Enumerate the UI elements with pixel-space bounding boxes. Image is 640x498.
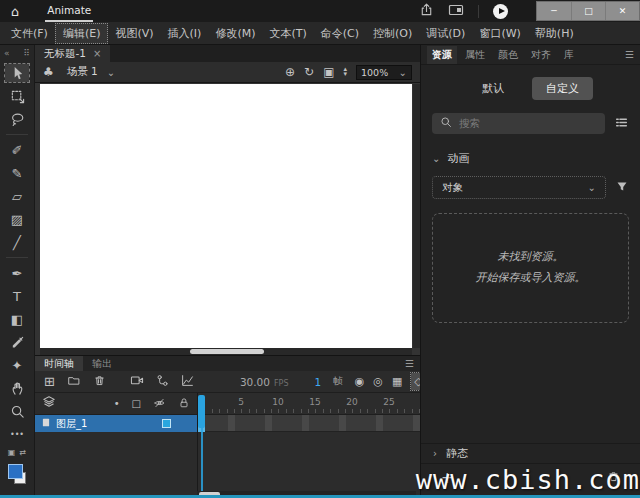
fps-unit-label: FPS [274, 379, 289, 388]
graph-editor-icon[interactable] [181, 374, 194, 390]
delete-layer-icon[interactable] [93, 374, 106, 390]
search-input[interactable]: 搜索 [432, 113, 605, 134]
tab-timeline[interactable]: 时间轴 [35, 356, 83, 371]
fps-value[interactable]: 30.00 [240, 376, 270, 388]
camera-icon[interactable] [130, 374, 144, 389]
device-preview-icon[interactable] [448, 3, 464, 20]
assets-panel: 资源 属性 颜色 对齐 库 ☰ 默认 自定义 搜索 ⌄ 动画 对象 ⌄ [420, 45, 640, 498]
visibility-column-icon[interactable] [153, 397, 166, 411]
default-colors-icon[interactable]: ▣ [8, 448, 16, 457]
tab-align[interactable]: 对齐 [526, 46, 556, 64]
layer-outline-color-swatch[interactable] [162, 419, 171, 428]
hand-tool[interactable] [5, 379, 29, 397]
toggle-custom[interactable]: 自定义 [532, 77, 593, 100]
timeline-panel-menu-icon[interactable]: ☰ [405, 358, 414, 369]
fill-color-swatch[interactable] [8, 464, 23, 479]
menu-window[interactable]: 窗口(W) [472, 24, 527, 43]
chevron-right-icon[interactable]: › [433, 448, 437, 459]
filter-icon[interactable] [615, 180, 629, 196]
new-folder-icon[interactable] [67, 374, 81, 390]
playhead[interactable] [198, 395, 205, 428]
line-tool[interactable]: ╱ [5, 233, 29, 251]
more-tools-icon[interactable]: ••• [5, 425, 29, 443]
onion-skin-icon[interactable]: ◉ [355, 375, 365, 388]
tab-library[interactable]: 库 [559, 46, 579, 64]
current-frame-value[interactable]: 1 [314, 376, 321, 388]
layers-stack-icon[interactable] [42, 395, 56, 412]
timeline-ruler[interactable]: 5 10 15 20 25 [198, 393, 420, 415]
menu-debug[interactable]: 调试(D) [419, 24, 472, 43]
highlight-column-icon[interactable]: • [114, 398, 120, 409]
list-view-icon[interactable] [614, 116, 629, 132]
scene-label[interactable]: 场景 1 [67, 65, 98, 79]
menu-help[interactable]: 帮助(H) [528, 24, 581, 43]
menu-file[interactable]: 文件(F) [4, 24, 55, 43]
test-movie-play-icon[interactable] [493, 4, 508, 19]
classic-brush-tool[interactable]: ✎ [5, 164, 29, 182]
center-stage-icon[interactable]: ▣ [323, 65, 334, 79]
rectangle-tool[interactable]: ▨ [5, 210, 29, 228]
free-transform-tool[interactable] [5, 87, 29, 105]
menu-modify[interactable]: 修改(M) [208, 24, 262, 43]
stage-canvas[interactable] [40, 84, 412, 348]
eyedropper-tool[interactable] [5, 333, 29, 351]
text-tool[interactable]: T [5, 287, 29, 305]
minimize-button[interactable]: ─ [537, 2, 571, 20]
edit-toolbar-icon[interactable]: ⠿ [23, 48, 30, 58]
chevron-down-icon[interactable]: ⌄ [432, 153, 440, 164]
tab-color[interactable]: 颜色 [493, 46, 523, 64]
layer-row-selected[interactable]: 图层_1 [35, 415, 197, 432]
app-tab-animate[interactable]: Animate [45, 0, 93, 22]
fill-stroke-color-swatch[interactable] [8, 464, 26, 484]
crosshair-icon[interactable]: ⊕ [285, 65, 295, 79]
stepper-down-icon[interactable]: ▾ [343, 72, 347, 77]
panel-menu-icon[interactable]: ☰ [625, 49, 634, 60]
paint-bucket-tool[interactable]: ◧ [5, 310, 29, 328]
home-icon[interactable]: ⌂ [11, 4, 19, 19]
layer-name[interactable]: 图层_1 [56, 417, 87, 431]
menu-edit[interactable]: 编辑(E) [55, 23, 109, 44]
zoom-level-dropdown[interactable]: 100% ⌄ [356, 65, 412, 80]
tab-output[interactable]: 输出 [83, 356, 121, 371]
lasso-tool[interactable] [5, 110, 29, 128]
new-layer-icon[interactable]: ⊞ [44, 375, 55, 388]
zoom-stepper[interactable]: ▴ ▾ [343, 67, 347, 77]
tab-properties[interactable]: 属性 [460, 46, 490, 64]
menu-commands[interactable]: 命令(C) [314, 24, 366, 43]
fluid-brush-tool[interactable]: ✐ [5, 141, 29, 159]
menu-control[interactable]: 控制(O) [366, 24, 419, 43]
frame-rate-group[interactable]: 30.00 FPS [240, 376, 289, 388]
static-section-header[interactable]: › 静态 [421, 443, 640, 464]
edit-multiple-frames-icon[interactable]: ▦ [392, 375, 402, 388]
stage-vertical-scrollbar[interactable] [413, 84, 420, 348]
eraser-tool[interactable]: ▱ [5, 187, 29, 205]
layer-frames-row[interactable] [198, 415, 420, 432]
zoom-tool[interactable] [5, 402, 29, 420]
show-parenting-view-icon[interactable] [156, 374, 169, 390]
asset-warp-tool[interactable]: ✦ [5, 356, 29, 374]
lock-column-icon[interactable] [178, 397, 190, 411]
swap-colors-icon[interactable]: ⇄ [19, 448, 26, 457]
animation-section-header[interactable]: ⌄ 动画 [432, 151, 629, 166]
menu-text[interactable]: 文本(T) [262, 24, 313, 43]
rotate-view-icon[interactable]: ↻ [304, 65, 314, 79]
scene-chevron-icon[interactable]: ⌄ [107, 67, 115, 78]
stage-horizontal-scrollbar[interactable] [40, 348, 412, 355]
collapse-tools-icon[interactable]: « [4, 48, 10, 58]
maximize-button[interactable]: □ [571, 2, 605, 20]
document-tab[interactable]: 无标题-1 × [35, 45, 110, 62]
menu-insert[interactable]: 插入(I) [161, 24, 209, 43]
share-icon[interactable] [419, 2, 434, 20]
selection-tool[interactable] [5, 64, 29, 82]
tab-assets[interactable]: 资源 [427, 46, 457, 64]
scrollbar-thumb[interactable] [190, 349, 264, 354]
outline-column-icon[interactable]: □ [132, 398, 141, 409]
document-tab-close-icon[interactable]: × [93, 48, 101, 59]
object-dropdown[interactable]: 对象 ⌄ [432, 176, 606, 199]
menu-view[interactable]: 视图(V) [108, 24, 160, 43]
onion-skin-outline-icon[interactable]: ◎ [373, 375, 383, 388]
close-button[interactable]: ✕ [605, 2, 639, 20]
symbol-breadcrumb-icon[interactable]: ♣ [43, 65, 54, 79]
pen-tool[interactable]: ✒ [5, 264, 29, 282]
toggle-default[interactable]: 默认 [468, 77, 518, 100]
